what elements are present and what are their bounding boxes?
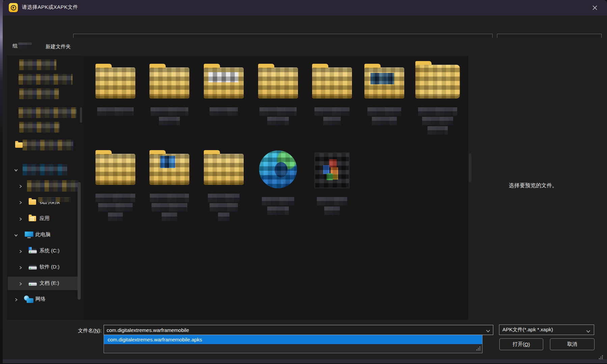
file-list-pane[interactable] [83, 56, 468, 320]
chevron-right-icon[interactable] [14, 297, 18, 303]
lightning-icon [11, 5, 16, 10]
tree-item-此电脑[interactable]: 此电脑 [8, 228, 79, 242]
redacted-sidebar-item[interactable] [19, 59, 56, 70]
redacted-sidebar-item[interactable] [19, 74, 73, 85]
tree-item-label: 文档 (E:) [39, 280, 59, 286]
folder-open-icon [415, 65, 460, 99]
redacted-tree-label [23, 164, 67, 175]
tree-item-label: 系统 (C:) [39, 248, 59, 254]
redacted-label-line [108, 213, 123, 221]
file-tile[interactable] [253, 62, 303, 125]
redacted-label-line [262, 197, 294, 205]
network-icon [25, 296, 33, 303]
tree-item-label: 网络 [35, 296, 46, 302]
window-title: 请选择APK或XAPK文件 [22, 4, 78, 10]
redacted-label-line [372, 117, 397, 125]
file-tile[interactable] [307, 62, 357, 125]
redacted-sidebar-item[interactable] [19, 122, 60, 133]
redacted-file-label [210, 107, 238, 116]
filetype-select[interactable]: APK文件(*.apk *.xapk) [499, 325, 594, 335]
redacted-sidebar-item[interactable] [23, 140, 73, 150]
file-tile[interactable] [144, 148, 195, 221]
tree-item-我的模拟[interactable]: 我的模拟 [8, 195, 79, 209]
sidebar-upper-scrollbar[interactable] [80, 107, 82, 123]
list-resize-grip-icon[interactable] [476, 346, 481, 352]
chevron-down-icon[interactable] [14, 168, 18, 174]
chevron-down-icon[interactable] [14, 233, 18, 239]
drive-windows-icon [29, 248, 37, 253]
folder-icon [95, 154, 135, 185]
tree-item-redacted[interactable] [8, 179, 79, 193]
file-tile[interactable] [90, 148, 141, 221]
folder-docs-icon [204, 67, 244, 99]
file-tile[interactable] [90, 62, 141, 116]
navigation-tree-pane: 我的模拟应用此电脑系统 (C:)软件 (D:)文档 (E:)网络 [7, 56, 83, 320]
organize-label: 组 [12, 43, 18, 49]
redacted-label-line [150, 107, 188, 116]
sidebar-scrollbar[interactable] [78, 182, 81, 300]
redacted-file-label [262, 197, 294, 215]
app-icon [9, 3, 18, 12]
file-tile[interactable] [198, 148, 249, 221]
dialog-bottom-edge [3, 359, 607, 363]
chevron-right-icon[interactable] [18, 249, 23, 255]
redacted-label-line [210, 107, 238, 116]
tree-item-软件 (D:)[interactable]: 软件 (D:) [8, 260, 79, 274]
redacted-label-line [427, 126, 448, 135]
file-tile[interactable] [359, 62, 410, 125]
redacted-sidebar-item[interactable] [19, 107, 77, 118]
redacted-label-line [151, 203, 187, 212]
organize-button[interactable]: 组 [12, 43, 32, 49]
title-bar[interactable]: 请选择APK或XAPK文件 [3, 0, 607, 16]
tree-item-redacted[interactable] [8, 163, 79, 176]
tree-item-网络[interactable]: 网络 [8, 292, 79, 306]
chevron-right-icon[interactable] [18, 281, 23, 287]
file-tile[interactable] [198, 62, 249, 116]
open-button[interactable]: 打开(O) [499, 338, 543, 350]
filename-dropdown-chevron-icon[interactable] [486, 328, 490, 334]
autocomplete-item-selected[interactable]: com.digitalextremes.warframemobile.apks [104, 335, 482, 344]
redacted-label-line [267, 117, 289, 125]
command-bar: 组 新建文件夹 ? [3, 38, 607, 56]
folder-icon [29, 199, 36, 205]
redacted-label-line [314, 107, 350, 116]
computer-icon [25, 231, 33, 238]
chevron-right-icon[interactable] [18, 200, 23, 206]
redacted-label-line [150, 194, 189, 202]
chevron-right-icon[interactable] [18, 265, 23, 271]
redacted-file-label [150, 107, 188, 125]
chevron-right-icon[interactable] [18, 217, 23, 223]
tree-item-文档 (E:)[interactable]: 文档 (E:) [8, 277, 79, 290]
redacted-label-line [367, 107, 401, 116]
file-tile[interactable] [253, 148, 303, 215]
redacted-file-label [259, 107, 297, 125]
folder-icon [95, 67, 135, 99]
folder-thumb-icon [364, 67, 404, 99]
cancel-button[interactable]: 取消 [550, 338, 595, 350]
redacted-file-label [418, 107, 457, 135]
redacted-file-label [208, 194, 240, 221]
tree-item-系统 (C:)[interactable]: 系统 (C:) [8, 244, 79, 258]
folder-icon [149, 67, 189, 99]
file-tile[interactable] [307, 148, 357, 215]
filelist-scrollbar[interactable] [469, 153, 471, 182]
new-folder-button[interactable]: 新建文件夹 [46, 44, 71, 50]
folder-blue-icon [149, 154, 189, 185]
window-resize-grip-icon[interactable] [599, 355, 603, 361]
drive-icon [29, 280, 37, 286]
redacted-label-line [418, 107, 457, 116]
redacted-label-line [267, 206, 289, 215]
redacted-label-line [210, 203, 238, 212]
close-icon[interactable] [589, 3, 601, 13]
tree-item-应用[interactable]: 应用 [8, 212, 79, 225]
redacted-sidebar-item[interactable] [19, 88, 59, 99]
file-tile[interactable] [144, 62, 195, 125]
file-tile[interactable] [412, 62, 463, 135]
redaction-overlay [38, 197, 71, 202]
apps-folder-icon [29, 216, 36, 221]
filename-input[interactable] [104, 325, 493, 335]
folder-icon [312, 67, 352, 99]
filename-autocomplete-list[interactable]: com.digitalextremes.warframemobile.apks [104, 335, 482, 353]
chevron-right-icon[interactable] [18, 184, 23, 190]
redacted-label-line [208, 194, 240, 202]
